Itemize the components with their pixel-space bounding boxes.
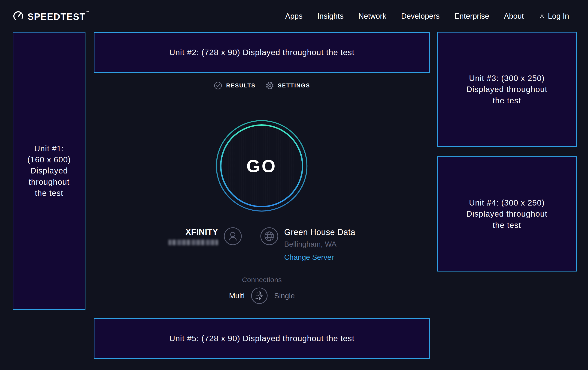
ad-text-line: the test	[35, 188, 63, 199]
tab-settings-label: SETTINGS	[278, 82, 310, 89]
nav-item-insights[interactable]: Insights	[317, 12, 344, 20]
connections-section: Connections Multi Single	[94, 276, 430, 304]
speedometer-logo-icon	[13, 11, 24, 22]
ad-unit-5[interactable]: Unit #5: (728 x 90) Displayed throughout…	[94, 318, 430, 359]
ad-text-line: the test	[493, 220, 521, 231]
gear-icon	[265, 81, 274, 90]
server-text: Green House Data Bellingham, WA Change S…	[284, 228, 355, 261]
nav-item-developers[interactable]: Developers	[401, 12, 440, 20]
isp-block: XFINITY	[168, 227, 242, 245]
isp-name: XFINITY	[185, 227, 218, 237]
tab-settings[interactable]: SETTINGS	[265, 81, 310, 90]
speedtest-logo[interactable]: SPEEDTEST™	[13, 10, 90, 22]
login-label: Log In	[548, 12, 569, 20]
nav-item-about[interactable]: About	[504, 12, 524, 20]
brand-name: SPEEDTEST™	[28, 10, 90, 22]
ad-text-line: Displayed throughout	[466, 208, 547, 219]
server-block: Green House Data Bellingham, WA Change S…	[260, 227, 355, 261]
connections-label: Connections	[242, 276, 282, 284]
ad-text-line: Displayed throughout	[466, 84, 547, 95]
server-name: Green House Data	[284, 228, 355, 237]
check-circle-icon	[214, 81, 222, 90]
ad-text-line: Unit #5: (728 x 90) Displayed throughout…	[169, 333, 355, 344]
nav-item-enterprise[interactable]: Enterprise	[454, 12, 489, 20]
person-circle-icon	[224, 227, 242, 245]
connections-toggle-icon[interactable]	[251, 287, 268, 304]
ad-text-line: (160 x 600)	[27, 154, 71, 165]
ad-unit-1[interactable]: Unit #1: (160 x 600) Displayed throughou…	[13, 32, 85, 310]
tab-results-label: RESULTS	[226, 82, 256, 89]
nav-item-apps[interactable]: Apps	[285, 12, 303, 20]
connections-toggle-row: Multi Single	[229, 287, 295, 304]
tab-results[interactable]: RESULTS	[214, 81, 256, 90]
ad-text-line: Displayed	[30, 165, 68, 176]
ad-unit-3[interactable]: Unit #3: (300 x 250) Displayed throughou…	[437, 32, 577, 147]
isp-text: XFINITY	[168, 227, 218, 245]
nav-item-network[interactable]: Network	[358, 12, 386, 20]
ad-unit-2[interactable]: Unit #2: (728 x 90) Displayed throughout…	[94, 32, 430, 73]
ad-text-line: Unit #3: (300 x 250)	[469, 73, 545, 84]
server-location: Bellingham, WA	[284, 240, 336, 249]
speedtest-page: SPEEDTEST™ Apps Insights Network Develop…	[0, 0, 588, 370]
ad-unit-4[interactable]: Unit #4: (300 x 250) Displayed throughou…	[437, 156, 577, 271]
ad-text-line: Unit #4: (300 x 250)	[469, 197, 545, 208]
tab-bar: RESULTS SETTINGS	[94, 81, 430, 90]
globe-icon	[260, 227, 279, 245]
header: SPEEDTEST™ Apps Insights Network Develop…	[0, 0, 588, 32]
person-icon	[539, 13, 546, 20]
go-label: GO	[246, 156, 277, 176]
change-server-link[interactable]: Change Server	[284, 253, 334, 261]
ad-text-line: the test	[493, 95, 521, 106]
ad-text-line: throughout	[29, 177, 70, 188]
go-button[interactable]: GO	[215, 120, 308, 212]
connections-single-option[interactable]: Single	[274, 291, 295, 300]
connections-multi-option[interactable]: Multi	[229, 291, 245, 300]
trademark-mark: ™	[86, 10, 90, 14]
login-button[interactable]: Log In	[539, 12, 569, 20]
isp-detail-redacted	[168, 240, 218, 245]
host-info-row: XFINITY Green House Data Bellingham, WA …	[94, 226, 430, 261]
ad-text-line: Unit #1:	[34, 143, 64, 154]
main-nav: Apps Insights Network Developers Enterpr…	[285, 12, 569, 20]
ad-text-line: Unit #2: (728 x 90) Displayed throughout…	[169, 47, 355, 58]
